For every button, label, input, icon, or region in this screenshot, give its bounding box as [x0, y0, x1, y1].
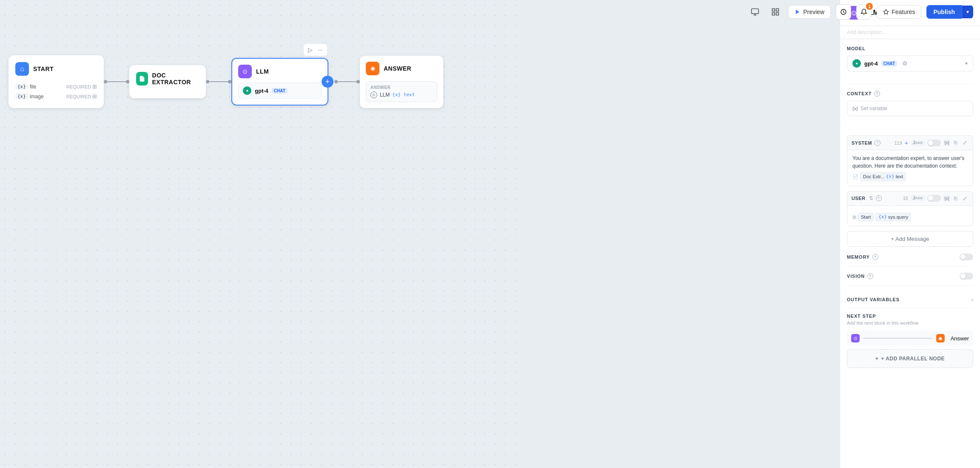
user-help-icon[interactable]: ? [876, 195, 882, 201]
system-message-header: SYSTEM ? 119 + J⌗⌗⌗ {x} ⎘ ⤢ [847, 136, 973, 150]
right-panel: ⊙ LLM ▷ ⊟ ··· ✕ Add description... MODEL… [840, 0, 980, 468]
answer-llm-ref-icon: ⊙ [370, 91, 377, 98]
svg-rect-2 [776, 9, 779, 11]
next-step-node-row: ⊙ ◉ Answer [847, 331, 973, 346]
add-message-button[interactable]: + Add Message [847, 231, 973, 247]
user-expand-button[interactable]: ⤢ [961, 195, 969, 202]
answer-inner-content: ANSWER ⊙ LLM {x} text [366, 81, 437, 102]
system-role-label: SYSTEM [852, 140, 872, 146]
start-node-header: ⌂ START [15, 62, 97, 76]
model-chevron-icon: ▾ [965, 60, 968, 66]
system-message-body: You are a documentation expert, to answe… [847, 150, 973, 185]
system-ref-chip: Doc Extr... {x} text [860, 172, 906, 181]
answer-from-label: LLM [380, 92, 390, 98]
features-button[interactable]: Features [877, 5, 921, 19]
doc-extractor-node[interactable]: DOC EXTRACTOR [129, 65, 206, 98]
system-copy-button[interactable]: ⎘ [953, 139, 959, 146]
answer-node-header: ◉ ANSWER [366, 62, 437, 75]
panel-description[interactable]: Add description... [840, 26, 980, 39]
user-message-block: USER ⇅ ? 15 J⌗⌗⌗ {x} ⎘ ⤢ ⊙ [847, 191, 973, 226]
answer-icon: ◉ [366, 62, 379, 75]
timer-button[interactable] [836, 4, 851, 20]
next-step-answer-icon: ◉ [936, 334, 945, 342]
user-role-icon: ⇅ [869, 195, 873, 201]
publish-main-button[interactable]: Publish [926, 5, 962, 19]
context-label: CONTEXT ? [847, 91, 973, 97]
model-settings-icon[interactable]: ⚙ [902, 60, 908, 67]
file-required-icon: ⊞ [92, 83, 97, 90]
model-gpt-icon: ✦ [852, 59, 861, 68]
system-help-icon[interactable]: ? [875, 140, 880, 146]
context-section: CONTEXT ? {x} Set variable [847, 91, 973, 129]
add-parallel-icon: + [875, 356, 879, 362]
workflow-nodes: ⌂ START {x} file REQUIRED ⊞ {x} image [9, 55, 443, 108]
memory-help-icon[interactable]: ? [872, 254, 878, 260]
doc-extractor-icon [136, 72, 148, 86]
user-jinja-tag: J⌗⌗⌗ [911, 195, 925, 201]
svg-marker-7 [883, 9, 889, 14]
connector-2 [206, 81, 231, 82]
vision-label: VISION ? [847, 273, 873, 279]
model-name-text: gpt-4 [864, 60, 878, 67]
start-image-row: {x} image REQUIRED ⊞ [15, 91, 97, 101]
output-chevron-icon: › [971, 296, 973, 303]
vision-toggle[interactable] [960, 273, 973, 280]
system-jinja-toggle[interactable] [927, 140, 941, 146]
memory-toggle[interactable] [960, 254, 973, 260]
user-copy-button[interactable]: ⎘ [953, 195, 959, 202]
vision-help-icon[interactable]: ? [867, 273, 873, 279]
llm-title: LLM [256, 68, 269, 75]
preview-button[interactable]: Preview [788, 5, 831, 19]
llm-model-name: gpt-4 [255, 88, 268, 94]
system-message-ref: 📄 Doc Extr... {x} text [852, 172, 968, 181]
svg-marker-5 [796, 10, 799, 14]
answer-node[interactable]: ◉ ANSWER ANSWER ⊙ LLM {x} text [360, 56, 443, 108]
model-label: MODEL [847, 46, 973, 51]
grid-icon[interactable] [768, 4, 783, 20]
user-ref-chip: Start [858, 213, 874, 222]
publish-dropdown-button[interactable]: ▾ [962, 6, 973, 18]
user-role-label: USER [852, 196, 866, 201]
svg-rect-4 [776, 13, 779, 15]
next-step-title: NEXT STEP [847, 314, 973, 319]
output-variables-label: OUTPUT VARIABLES [847, 297, 900, 302]
doc-extractor-title: DOC EXTRACTOR [152, 72, 199, 86]
output-variables-section[interactable]: OUTPUT VARIABLES › [847, 292, 973, 308]
system-var-icon[interactable]: {x} [943, 140, 950, 146]
model-section: MODEL ✦ gpt-4 CHAT ⚙ ▾ [847, 46, 973, 85]
answer-title: ANSWER [384, 65, 411, 72]
llm-icon: ⊙ [238, 65, 252, 78]
gpt-icon: ✦ [243, 86, 251, 95]
llm-node-toolbar: ▷ ··· [303, 43, 328, 56]
connector-1 [104, 81, 129, 82]
llm-model-display: ✦ gpt-4 CHAT [238, 83, 322, 99]
user-message-header: USER ⇅ ? 15 J⌗⌗⌗ {x} ⎘ ⤢ [847, 191, 973, 206]
start-node[interactable]: ⌂ START {x} file REQUIRED ⊞ {x} image [9, 55, 104, 108]
model-selector[interactable]: ✦ gpt-4 CHAT ⚙ ▾ [847, 55, 973, 71]
llm-more-btn[interactable]: ··· [317, 46, 324, 54]
llm-play-btn[interactable]: ▷ [307, 46, 313, 54]
answer-inner-label: ANSWER [370, 85, 433, 90]
system-expand-button[interactable]: ⤢ [961, 139, 969, 146]
context-help-icon[interactable]: ? [874, 91, 880, 97]
system-char-count: 119 [894, 140, 902, 146]
screen-share-icon[interactable] [747, 4, 763, 20]
llm-add-next-button[interactable]: + [322, 76, 333, 88]
user-message-body: ⊙ Start {x} sys.query [847, 206, 973, 226]
add-parallel-button[interactable]: + + ADD PARALLEL NODE [847, 349, 973, 368]
svg-rect-1 [772, 9, 775, 11]
user-message-ref: ⊙ Start {x} sys.query [852, 213, 968, 222]
topbar: Preview 1 Features Publish ▾ [741, 0, 980, 24]
system-jinja-tag: J⌗⌗⌗ [911, 140, 925, 146]
user-jinja-toggle[interactable] [927, 195, 941, 202]
context-box[interactable]: {x} Set variable [847, 101, 973, 116]
start-icon: ⌂ [15, 62, 29, 76]
doc-extractor-header: DOC EXTRACTOR [136, 72, 199, 86]
llm-node[interactable]: ▷ ··· ⊙ LLM ✦ gpt-4 CHAT + [231, 58, 328, 106]
user-var-icon[interactable]: {x} [943, 195, 950, 202]
notification-button[interactable]: 1 [856, 4, 872, 20]
image-required-icon: ⊞ [92, 93, 97, 100]
system-add-icon[interactable]: + [905, 140, 908, 146]
vision-section: VISION ? [847, 273, 973, 286]
workflow-canvas: ⌂ START {x} file REQUIRED ⊞ {x} image [0, 0, 517, 468]
